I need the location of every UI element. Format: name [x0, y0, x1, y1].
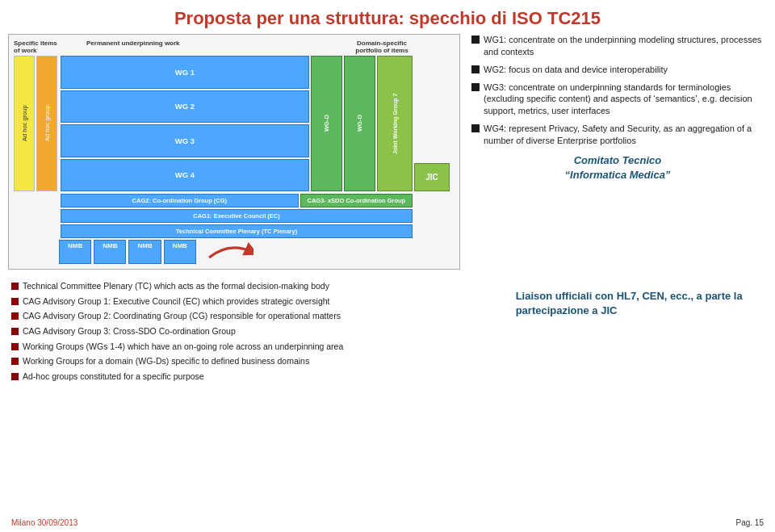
bottom-sq-1 — [11, 298, 19, 305]
bottom-sq-5 — [11, 358, 19, 365]
jic-area: JIC — [414, 56, 455, 191]
cag3-box: CAG3- xSDO Co-ordination Group — [300, 194, 413, 207]
adhoc-label-1: Ad hoc group — [14, 56, 35, 191]
wgd2-box: WG-D — [344, 56, 375, 191]
col-domain: Domain-specific portfolio of items — [346, 40, 418, 54]
nmb3: NMB — [128, 240, 161, 264]
adhoc-label-2: Ad hoc group — [36, 56, 57, 191]
bottom-sq-3 — [11, 328, 19, 335]
bullet-wg2-text: WG2: focus on data and device interopera… — [484, 64, 668, 76]
bullet-sq-2 — [471, 65, 480, 73]
bottom-bullet-4: Working Groups (WGs 1-4) which have an o… — [11, 341, 508, 353]
jic-box: JIC — [414, 163, 450, 191]
bottom-sq-6 — [11, 373, 19, 380]
bottom-sq-4 — [11, 343, 19, 350]
diagram-bottom-rows: CAG2: Co-ordination Group (CG) CAG3- xSD… — [14, 194, 455, 264]
wg4-box: WG 4 — [61, 159, 309, 192]
cag2-box: CAG2: Co-ordination Group (CG) — [61, 194, 299, 207]
bottom-bullet-3: CAG Advisory Group 3: Cross-SDO Co-ordin… — [11, 326, 508, 337]
diagram-box: Specific items of work Permanent underpi… — [8, 34, 460, 270]
nmb4: NMB — [164, 240, 196, 264]
bottom-bullets-area: Technical Committee Plenary (TC) which a… — [11, 281, 508, 386]
vert-labels: Ad hoc group Ad hoc group — [14, 56, 59, 191]
wg3-box: WG 3 — [61, 124, 309, 157]
wgd-column: WG-D WG-D — [311, 56, 375, 191]
bottom-text-0: Technical Committee Plenary (TC) which a… — [23, 281, 329, 292]
bottom-text-3: CAG Advisory Group 3: Cross-SDO Co-ordin… — [23, 326, 236, 337]
bottom-bullet-1: CAG Advisory Group 1: Executive Council … — [11, 296, 508, 308]
footer: Milano 30/09/2013 Pag. 15 — [0, 518, 775, 527]
bottom-text-5: Working Groups for a domain (WG-Ds) spec… — [23, 356, 309, 367]
liaison-text: Liaison ufficiali con HL7, CEN, ecc., a … — [516, 281, 764, 386]
bottom-section: Technical Committee Plenary (TC) which a… — [0, 274, 775, 386]
bullet-wg3-text: WG3: concentrate on underpinning standar… — [484, 82, 764, 118]
wg-column: WG 1 WG 2 WG 3 WG 4 — [61, 56, 309, 191]
cag2-cag3-row: CAG2: Co-ordination Group (CG) CAG3- xSD… — [14, 194, 455, 207]
jwg-column: Joint Working Group 7 — [377, 56, 413, 191]
bullet-wg4-text: WG4: represent Privacy, Safety and Secur… — [484, 123, 764, 147]
col-headers: Specific items of work Permanent underpi… — [14, 40, 455, 54]
bottom-bullet-5: Working Groups for a domain (WG-Ds) spec… — [11, 356, 508, 367]
nmb2: NMB — [94, 240, 126, 264]
bullet-wg2: WG2: focus on data and device interopera… — [471, 64, 764, 76]
bottom-bullet-2: CAG Advisory Group 2: Coordinating Group… — [11, 311, 508, 322]
comitato-text: Comitato Tecnico “Informatica Medica” — [471, 153, 764, 182]
bottom-text-6: Ad-hoc groups constituted for a specific… — [23, 371, 204, 383]
bottom-text-1: CAG Advisory Group 1: Executive Council … — [23, 296, 330, 308]
bottom-sq-2 — [11, 312, 19, 320]
bullet-wg3: WG3: concentrate on underpinning standar… — [471, 82, 764, 118]
col-permanent: Permanent underpinning work — [62, 40, 346, 54]
bullet-wg1-text: WG1: concentrate on the underpinning mod… — [484, 34, 764, 58]
cag1-row: CAG1: Executive Council (EC) — [14, 209, 455, 223]
diagram-area: Specific items of work Permanent underpi… — [8, 34, 460, 274]
arrow-area — [205, 240, 253, 264]
bottom-text-4: Working Groups (WGs 1-4) which have an o… — [23, 341, 343, 353]
tc-row: Technical Committee Plenary (TC Plenary) — [14, 224, 455, 238]
right-panel: WG1: concentrate on the underpinning mod… — [468, 34, 767, 274]
wg2-box: WG 2 — [61, 90, 309, 124]
bottom-bullet-0: Technical Committee Plenary (TC) which a… — [11, 281, 508, 292]
nmb-row: NMB NMB NMB NMB — [59, 240, 455, 264]
col-specific: Specific items of work — [14, 40, 62, 54]
footer-date: Milano 30/09/2013 — [11, 518, 78, 527]
bullet-wg4: WG4: represent Privacy, Safety and Secur… — [471, 123, 764, 147]
footer-page: Pag. 15 — [736, 518, 764, 527]
jwg-box: Joint Working Group 7 — [377, 56, 413, 191]
wg1-box: WG 1 — [61, 56, 309, 89]
tc-box: Technical Committee Plenary (TC Plenary) — [61, 224, 413, 238]
cag1-box: CAG1: Executive Council (EC) — [61, 209, 413, 223]
bullet-sq-4 — [471, 124, 480, 132]
nmb1: NMB — [59, 240, 91, 264]
main-rows: Ad hoc group Ad hoc group WG 1 WG 2 WG 3… — [14, 56, 455, 191]
bullet-wg1: WG1: concentrate on the underpinning mod… — [471, 34, 764, 58]
bottom-text-2: CAG Advisory Group 2: Coordinating Group… — [23, 311, 341, 322]
bottom-sq-0 — [11, 283, 19, 290]
page-title: Proposta per una struttura: specchio di … — [0, 0, 775, 34]
bullet-sq-3 — [471, 83, 480, 91]
bullet-sq-1 — [471, 36, 480, 44]
red-arrow-icon — [205, 240, 253, 264]
bottom-bullet-6: Ad-hoc groups constituted for a specific… — [11, 371, 508, 383]
wgd1-box: WG-D — [311, 56, 342, 191]
